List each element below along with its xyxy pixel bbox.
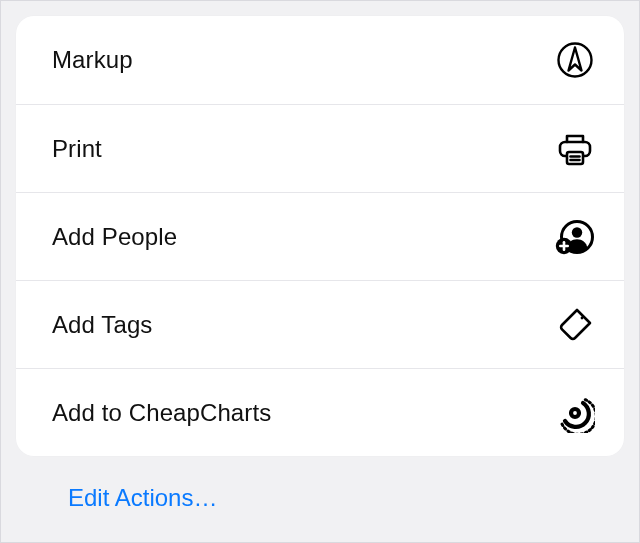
action-label: Add People — [52, 223, 177, 251]
action-add-to-cheapcharts[interactable]: Add to CheapCharts — [16, 368, 624, 456]
markup-icon — [554, 39, 596, 81]
svg-point-11 — [571, 409, 579, 417]
share-sheet-actions-panel: Markup Print Add People — [0, 0, 640, 543]
action-label: Add to CheapCharts — [52, 399, 271, 427]
cheapcharts-icon — [554, 392, 596, 434]
action-label: Print — [52, 135, 102, 163]
edit-actions-link[interactable]: Edit Actions… — [16, 456, 624, 512]
action-markup[interactable]: Markup — [16, 16, 624, 104]
person-add-icon — [554, 216, 596, 258]
svg-point-6 — [572, 227, 582, 237]
action-add-tags[interactable]: Add Tags — [16, 280, 624, 368]
action-add-people[interactable]: Add People — [16, 192, 624, 280]
action-print[interactable]: Print — [16, 104, 624, 192]
svg-point-10 — [581, 316, 584, 319]
svg-rect-2 — [567, 152, 583, 164]
actions-list: Markup Print Add People — [16, 16, 624, 456]
printer-icon — [554, 128, 596, 170]
tag-icon — [554, 304, 596, 346]
action-label: Add Tags — [52, 311, 152, 339]
action-label: Markup — [52, 46, 133, 74]
svg-rect-9 — [559, 244, 569, 247]
